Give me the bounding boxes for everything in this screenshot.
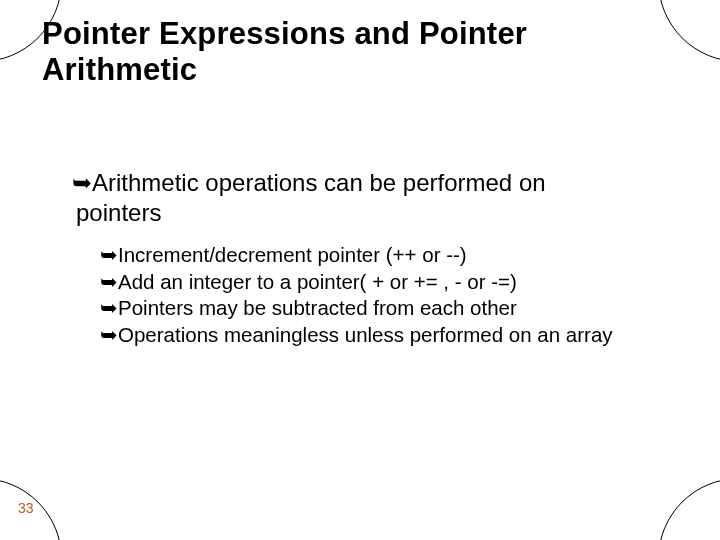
bullet-glyph: ➥ bbox=[100, 323, 118, 346]
slide: Pointer Expressions and Pointer Arithmet… bbox=[0, 0, 720, 540]
sub-bullet-text: Add an integer to a pointer( + or += , -… bbox=[118, 270, 517, 293]
bullet-glyph: ➥ bbox=[100, 296, 118, 319]
bullet-level1: ➥Arithmetic operations can be performed … bbox=[72, 168, 680, 228]
sub-bullet-text: Pointers may be subtracted from each oth… bbox=[118, 296, 517, 319]
slide-body: ➥Arithmetic operations can be performed … bbox=[72, 168, 680, 349]
sub-bullet: ➥Pointers may be subtracted from each ot… bbox=[100, 295, 680, 322]
sub-bullet-group: ➥Increment/decrement pointer (++ or --) … bbox=[100, 242, 680, 349]
sub-bullet: ➥Add an integer to a pointer( + or += , … bbox=[100, 269, 680, 296]
slide-title: Pointer Expressions and Pointer Arithmet… bbox=[42, 16, 690, 87]
page-number: 33 bbox=[18, 500, 34, 516]
bullet-glyph: ➥ bbox=[100, 243, 118, 266]
corner-arc-bottom-right bbox=[658, 478, 720, 540]
sub-bullet-text: Operations meaningless unless performed … bbox=[118, 323, 613, 346]
bullet-text-cont: pointers bbox=[76, 198, 680, 228]
sub-bullet-text: Increment/decrement pointer (++ or --) bbox=[118, 243, 467, 266]
bullet-glyph: ➥ bbox=[72, 169, 92, 196]
bullet-text: Arithmetic operations can be performed o… bbox=[92, 169, 546, 196]
bullet-glyph: ➥ bbox=[100, 270, 118, 293]
sub-bullet: ➥Operations meaningless unless performed… bbox=[100, 322, 680, 349]
sub-bullet: ➥Increment/decrement pointer (++ or --) bbox=[100, 242, 680, 269]
